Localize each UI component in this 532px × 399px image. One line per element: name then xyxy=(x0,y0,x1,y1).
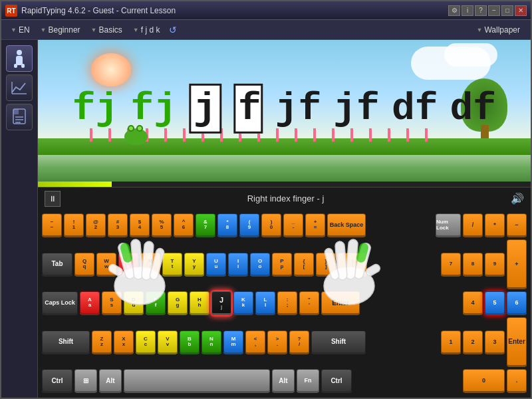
key-num-plus[interactable]: + xyxy=(507,239,527,289)
key-semicolon[interactable]: :; xyxy=(277,291,297,315)
key-z[interactable]: Zz xyxy=(92,331,112,354)
key-win-left[interactable]: ⊞ xyxy=(74,369,97,393)
language-menu[interactable]: ▼ EN xyxy=(7,24,34,36)
key-num-5[interactable]: 5 xyxy=(485,291,505,315)
key-2[interactable]: @2 xyxy=(86,213,106,237)
key-w[interactable]: Ww xyxy=(96,253,116,277)
key-quote[interactable]: "' xyxy=(299,291,319,315)
lesson-menu[interactable]: ▼ f j d k xyxy=(129,24,164,36)
key-0[interactable]: )0 xyxy=(261,213,281,237)
lesson-group-menu[interactable]: ▼ Basics xyxy=(87,24,126,36)
volume-icon[interactable]: 🔊 xyxy=(511,192,524,205)
key-num-9[interactable]: 9 xyxy=(485,253,505,277)
key-v[interactable]: Vv xyxy=(158,331,178,354)
key-d[interactable]: Dd xyxy=(124,291,144,315)
key-num-enter[interactable]: Enter xyxy=(507,317,527,367)
minimize-btn[interactable]: − xyxy=(488,5,500,16)
key-i[interactable]: Ii xyxy=(228,253,248,277)
key-num-2[interactable]: 2 xyxy=(463,331,483,354)
key-num-div[interactable]: / xyxy=(463,213,483,237)
wallpaper-button[interactable]: ▼ Wallpaper xyxy=(471,24,526,36)
key-num-3[interactable]: 3 xyxy=(485,331,505,354)
key-8[interactable]: *8 xyxy=(217,213,237,237)
key-capslock[interactable]: Caps Lock xyxy=(42,291,78,315)
key-x[interactable]: Xx xyxy=(114,331,134,354)
key-comma[interactable]: <, xyxy=(245,331,265,354)
key-period[interactable]: >. xyxy=(267,331,287,354)
key-y[interactable]: Yy xyxy=(184,253,204,277)
sidebar-lessons-btn[interactable] xyxy=(6,104,33,130)
pause-button[interactable]: ⏸ xyxy=(45,191,61,207)
key-num-7[interactable]: 7 xyxy=(441,253,461,277)
keyboard-row-2: Tab Qq Ww Ee Rr Tt Yy Uu Ii Oo Pp {[ }] … xyxy=(42,239,527,289)
key-fn[interactable]: Fn xyxy=(297,369,319,393)
key-num-4[interactable]: 4 xyxy=(463,291,483,315)
key-num-dot[interactable]: . xyxy=(507,369,527,393)
sidebar-stats-btn[interactable] xyxy=(6,74,33,101)
key-c[interactable]: Cc xyxy=(136,331,156,354)
key-r[interactable]: Rr xyxy=(140,253,160,277)
level-menu[interactable]: ▼ Beginner xyxy=(37,24,84,36)
key-slash[interactable]: ?/ xyxy=(289,331,309,354)
sun-decoration xyxy=(91,53,131,86)
key-j[interactable]: J j xyxy=(211,291,231,315)
key-num-8[interactable]: 8 xyxy=(463,253,483,277)
key-minus[interactable]: −− xyxy=(42,213,62,237)
key-n[interactable]: Nn xyxy=(201,331,221,354)
key-6[interactable]: ^6 xyxy=(174,213,194,237)
key-alt-left[interactable]: Alt xyxy=(99,369,122,393)
key-9[interactable]: (9 xyxy=(239,213,259,237)
key-tab[interactable]: Tab xyxy=(42,253,72,277)
key-num-6[interactable]: 6 xyxy=(507,291,527,315)
refresh-button[interactable]: ↺ xyxy=(166,23,180,37)
key-ctrl-right[interactable]: Ctrl xyxy=(321,369,352,393)
cloud2-decoration xyxy=(444,43,497,66)
key-h[interactable]: Hh xyxy=(190,291,209,315)
key-backslash[interactable]: |\ xyxy=(338,253,367,277)
key-q[interactable]: Qq xyxy=(74,253,94,277)
key-shift-left[interactable]: Shift xyxy=(42,331,90,354)
key-p[interactable]: Pp xyxy=(272,253,292,277)
key-g[interactable]: Gg xyxy=(168,291,188,315)
key-1[interactable]: !1 xyxy=(64,213,84,237)
key-backspace[interactable]: Back Space xyxy=(327,213,366,237)
key-s[interactable]: Ss xyxy=(102,291,122,315)
settings-btn[interactable]: ⚙ xyxy=(448,5,460,16)
key-4[interactable]: $4 xyxy=(130,213,150,237)
key-rbracket[interactable]: }] xyxy=(316,253,336,277)
key-num-minus[interactable]: − xyxy=(507,213,527,237)
group-arrow: ▼ xyxy=(91,27,97,33)
key-num-0[interactable]: 0 xyxy=(463,369,505,393)
info-btn[interactable]: i xyxy=(462,5,473,16)
sidebar-typing-btn[interactable] xyxy=(6,45,33,72)
title-bar: RT RapidTyping 4.6.2 - Guest - Current L… xyxy=(1,1,531,20)
key-enter[interactable]: Enter xyxy=(321,291,360,315)
key-lbracket[interactable]: {[ xyxy=(294,253,314,277)
key-7[interactable]: &7 xyxy=(196,213,215,237)
key-numlock[interactable]: Num Lock xyxy=(436,213,461,237)
key-num-mul[interactable]: * xyxy=(485,213,505,237)
key-3[interactable]: #3 xyxy=(108,213,128,237)
keyboard-row-1: −− !1 @2 #3 $4 %5 ^6 &7 *8 (9 )0 _- += B… xyxy=(42,213,527,237)
key-num-1[interactable]: 1 xyxy=(441,331,461,354)
close-btn[interactable]: ✕ xyxy=(515,5,527,16)
key-e[interactable]: Ee xyxy=(118,253,138,277)
key-shift-right[interactable]: Shift xyxy=(311,331,366,354)
key-space[interactable] xyxy=(124,369,270,393)
key-5[interactable]: %5 xyxy=(152,213,172,237)
key-equals[interactable]: += xyxy=(305,213,325,237)
key-m[interactable]: Mm xyxy=(223,331,243,354)
key-ctrl-left[interactable]: Ctrl xyxy=(42,369,72,393)
key-f[interactable]: Ff xyxy=(146,291,166,315)
key-o[interactable]: Oo xyxy=(250,253,270,277)
key-dash[interactable]: _- xyxy=(283,213,303,237)
key-b[interactable]: Bb xyxy=(180,331,200,354)
key-k[interactable]: Kk xyxy=(233,291,253,315)
maximize-btn[interactable]: □ xyxy=(501,5,513,16)
key-u[interactable]: Uu xyxy=(206,253,226,277)
key-l[interactable]: Ll xyxy=(255,291,275,315)
key-t[interactable]: Tt xyxy=(162,253,182,277)
key-a[interactable]: Aa xyxy=(80,291,100,315)
key-alt-right[interactable]: Alt xyxy=(272,369,295,393)
help-btn[interactable]: ? xyxy=(475,5,487,16)
